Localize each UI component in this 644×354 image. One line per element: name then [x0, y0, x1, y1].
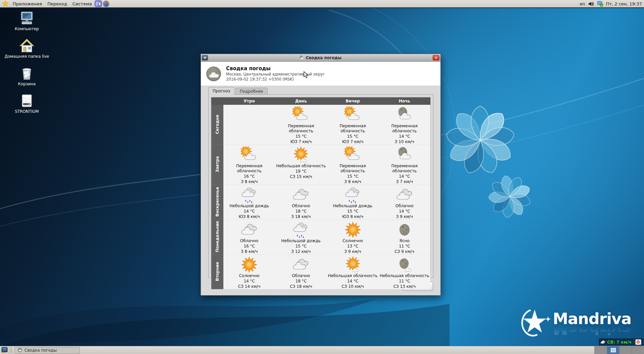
forecast-row: ПонедельникОблачно16 °CЗ 8 км/чНебольшой… — [211, 219, 430, 254]
wind-text: З 7 км/ч — [379, 179, 430, 184]
desktop-icon-label: Домашняя папка live — [5, 54, 49, 59]
volume-icon[interactable] — [588, 1, 594, 7]
condition-text: Небольшая облачность — [327, 273, 379, 278]
report-location: Москва, Центральный административный окр… — [226, 72, 325, 77]
workspace-switcher — [594, 346, 644, 354]
clouds-icon — [241, 221, 258, 238]
top-panel: Приложения Переход Система en — [0, 0, 644, 8]
taskbar-window-label: Сводка погоды — [24, 348, 57, 353]
rain-icon — [344, 186, 361, 203]
condition-text: Солнечно — [327, 238, 379, 244]
forecast-cell: Небольшой дождь15 °CЮЗ 8 км/ч — [327, 184, 379, 219]
pointer-tool-launcher[interactable] — [95, 0, 102, 7]
moon-cloud-icon — [396, 146, 413, 163]
report-title: Сводка погоды — [226, 65, 325, 72]
column-header: Ночь — [379, 97, 430, 105]
taskbar-window-button[interactable]: Сводка погоды — [14, 347, 80, 354]
temperature-text: 18 °C — [275, 278, 327, 284]
desktop-icon-home[interactable]: Домашняя папка live — [3, 38, 50, 59]
workspace-4[interactable] — [632, 346, 644, 354]
wind-text: СЗ 13 км/ч — [379, 284, 430, 289]
tab-bar: Прогноз Подробнее — [201, 86, 440, 94]
workspace-2[interactable] — [607, 346, 619, 354]
condition-text: Небольшой дождь — [223, 204, 275, 209]
keyboard-layout-indicator[interactable]: en — [580, 1, 585, 6]
forecast-row: ВторникСолнечно14 °CСЗ 14 км/чОблачно18 … — [211, 254, 430, 289]
wind-text: З 9 км/ч — [327, 249, 379, 254]
desktop-icon-trash[interactable]: Корзина — [3, 65, 50, 86]
workspace-3[interactable] — [619, 346, 632, 354]
window-title: Сводка погоды — [306, 55, 341, 60]
show-desktop-button[interactable] — [0, 346, 9, 354]
forecast-cell: Переменная облачность15 °CЮЗ 7 км/ч — [275, 105, 327, 144]
forecast-cell: Небольшая облачность14 °CСЗ 10 км/ч — [327, 254, 379, 289]
wind-text: З 8 км/ч — [327, 179, 379, 184]
brand-wordmark: Mandriva — [553, 311, 631, 326]
desktop-weather-applet[interactable]: СВ: 7 км/ч — [598, 338, 644, 346]
menu-system[interactable]: Система — [70, 1, 95, 7]
menu-applications[interactable]: Приложения — [10, 1, 45, 7]
temperature-text: 15 °C — [327, 174, 379, 179]
sun-cloud-icon — [292, 106, 309, 123]
header-corner-spacer — [211, 97, 223, 105]
wind-text: СЗ 9 км/ч — [379, 249, 430, 254]
wind-text: ЮЗ 8 км/ч — [327, 214, 379, 219]
temperature-text: 11 °C — [379, 278, 430, 284]
workspace-1[interactable] — [594, 346, 607, 354]
temperature-text: 11 °C — [379, 244, 430, 249]
drive-icon — [19, 93, 35, 109]
forecast-cell: Переменная облачность16 °CЗ 8 км/ч — [223, 144, 275, 184]
moon-small-cloud-icon — [396, 256, 413, 273]
wind-text: З 12 км/ч — [275, 249, 327, 254]
applet-power-button[interactable] — [635, 339, 641, 345]
tab-details[interactable]: Подробнее — [235, 88, 268, 95]
temperature-text: 14 °C — [327, 278, 379, 284]
show-desktop-icon — [1, 347, 8, 353]
temperature-text: 15 °C — [275, 134, 327, 139]
panel-handle[interactable] — [10, 347, 12, 353]
temperature-text: 19 °C — [275, 169, 327, 174]
desktop-icon-drive[interactable]: STRONTIUM — [3, 93, 50, 114]
menu-star-icon[interactable] — [2, 0, 9, 7]
tray-applet-icon[interactable] — [597, 1, 603, 7]
firefox-launcher[interactable] — [102, 0, 110, 7]
sun-cloud-icon — [344, 106, 361, 123]
column-header: День — [275, 97, 327, 105]
forecast-cell: Переменная облачность14 °CЗ 7 км/ч — [379, 144, 430, 184]
condition-text: Переменная облачность — [275, 124, 327, 134]
sun-cloud-icon — [344, 146, 361, 163]
tab-forecast[interactable]: Прогноз — [208, 87, 234, 95]
condition-text: Солнечно — [223, 273, 275, 278]
weather-window: Сводка погоды ✕ Сводка погоды Москва, Це… — [201, 54, 441, 296]
wind-text: СЗ 10 км/ч — [327, 284, 379, 289]
condition-text: Переменная облачность — [379, 164, 430, 174]
window-menu-button[interactable] — [202, 55, 208, 60]
wind-text: ЮЗ 7 км/ч — [327, 139, 379, 144]
titlebar[interactable]: Сводка погоды ✕ — [201, 54, 440, 62]
forecast-cell: Небольшая облачность19 °CСЗ 15 км/ч — [275, 144, 327, 184]
desktop-icon-computer[interactable]: Компьютер — [3, 10, 50, 31]
temperature-text: 14 °C — [379, 209, 430, 214]
condition-text: Небольшой дождь — [327, 204, 379, 209]
column-header: Утро — [223, 97, 275, 105]
condition-text: Небольшая облачность — [379, 273, 430, 278]
forecast-cell: Небольшой дождь14 °CЮЗ 8 км/ч — [223, 184, 275, 219]
firefox-icon — [103, 0, 110, 7]
workspace-window-thumb — [611, 348, 616, 352]
window-close-button[interactable]: ✕ — [433, 55, 439, 60]
clock[interactable]: Пт, 2 сен, 19:37 — [606, 1, 642, 6]
condition-text: Облачно — [379, 204, 430, 209]
applet-divider — [634, 339, 634, 345]
temperature-text: 14 °C — [379, 174, 430, 179]
applet-cloud-icon — [600, 340, 606, 345]
task-weather-icon — [17, 348, 22, 353]
sun-icon — [344, 221, 361, 238]
forecast-body: СегодняПеременная облачность15 °CЮЗ 7 км… — [211, 105, 430, 289]
condition-text: Переменная облачность — [223, 164, 275, 174]
forecast-row: СегодняПеременная облачность15 °CЮЗ 7 км… — [211, 105, 430, 144]
temperature-text: 14 °C — [223, 278, 275, 284]
menu-places[interactable]: Переход — [45, 1, 70, 7]
mandriva-star-icon — [519, 308, 551, 339]
desktop-icon-label: Компьютер — [15, 27, 39, 31]
desktop-screen: Приложения Переход Система en — [0, 0, 644, 354]
